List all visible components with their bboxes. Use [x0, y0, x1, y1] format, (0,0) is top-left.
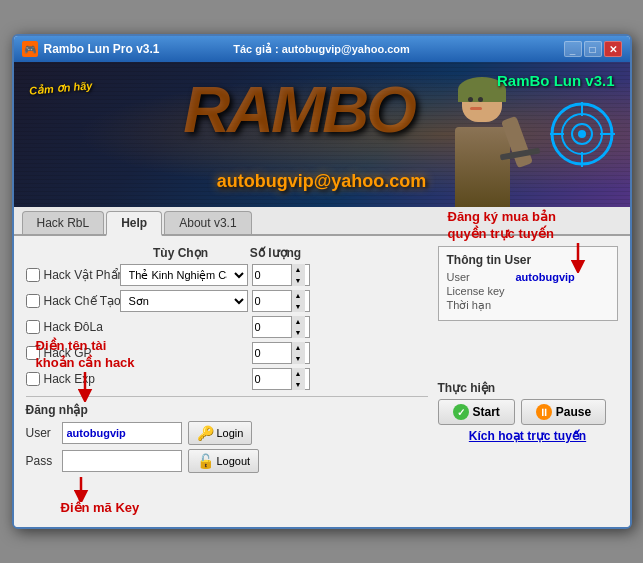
hack-do-la-checkbox[interactable]	[26, 320, 40, 334]
content-row: Tùy Chọn Số lượng Hack Vật Phẩm Thẻ Kinh…	[26, 246, 618, 517]
title-subtitle: Tác giả : autobugvip@yahoo.com	[233, 43, 410, 56]
login-area: Điền tên tàikhoản cần hack Đăng nhập Use…	[26, 403, 428, 517]
banner-email: autobugvip@yahoo.com	[217, 171, 427, 192]
info-thoihan-row: Thời hạn	[447, 299, 609, 312]
info-license-row: License key	[447, 285, 609, 297]
thuc-hien-label: Thực hiện	[438, 381, 618, 395]
window-controls: _ □ ✕	[564, 41, 622, 57]
start-button[interactable]: ✓ Start	[438, 399, 515, 425]
hack-gp-up[interactable]: ▲	[291, 342, 305, 353]
hack-vat-pham-label: Hack Vật Phẩm	[44, 268, 116, 282]
hack-do-la-spinner-btns: ▲ ▼	[291, 316, 305, 338]
hack-che-tao-down[interactable]: ▼	[291, 301, 305, 312]
hack-row-do-la: Hack ĐôLa ▲ ▼	[26, 316, 428, 338]
hack-gp-checkbox[interactable]	[26, 346, 40, 360]
window-icon: 🎮	[22, 41, 38, 57]
hack-vat-pham-spinner: ▲ ▼	[252, 264, 310, 286]
info-title: Thông tin User	[447, 253, 609, 267]
hack-gp-empty	[120, 342, 248, 364]
minimize-button[interactable]: _	[564, 41, 582, 57]
login-pass-row: Pass 🔓 Logout	[26, 449, 428, 473]
tab-hack-rbl[interactable]: Hack RbL	[22, 211, 105, 234]
hack-gp-down[interactable]: ▼	[291, 353, 305, 364]
hack-che-tao-select[interactable]: Sơn	[120, 290, 248, 312]
hack-do-la-spinner: ▲ ▼	[252, 316, 310, 338]
hack-vat-pham-checkbox[interactable]	[26, 268, 40, 282]
banner-target	[550, 102, 615, 167]
banner-soldier	[440, 77, 530, 207]
info-panel: Thông tin User User autobugvip License k…	[438, 246, 618, 321]
pause-icon: ⏸	[536, 404, 552, 420]
window-title: Rambo Lun Pro v3.1	[44, 42, 160, 56]
hack-row-exp: Hack Exp ▲ ▼	[26, 368, 428, 390]
logout-button[interactable]: 🔓 Logout	[188, 449, 260, 473]
pass-label: Pass	[26, 454, 56, 468]
annotation-arrow-2	[61, 477, 101, 502]
logout-label: Logout	[217, 455, 251, 467]
start-icon: ✓	[453, 404, 469, 420]
login-button[interactable]: 🔑 Login	[188, 421, 253, 445]
hack-exp-spinner-btns: ▲ ▼	[291, 368, 305, 390]
start-label: Start	[473, 405, 500, 419]
title-bar: 🎮 Rambo Lun Pro v3.1 Tác giả : autobugvi…	[14, 36, 630, 62]
hack-exp-value[interactable]	[253, 369, 291, 389]
hack-vat-pham-spinner-btns: ▲ ▼	[291, 264, 305, 286]
thuc-hien-section: Thực hiện ✓ Start ⏸ Pause Kích hoạt trực…	[438, 381, 618, 443]
login-label: Login	[217, 427, 244, 439]
hack-do-la-down[interactable]: ▼	[291, 327, 305, 338]
hack-che-tao-value[interactable]	[253, 291, 291, 311]
hack-do-la-value[interactable]	[253, 317, 291, 337]
main-window: 🎮 Rambo Lun Pro v3.1 Tác giả : autobugvi…	[12, 34, 632, 529]
tab-about[interactable]: About v3.1	[164, 211, 251, 234]
hack-exp-down[interactable]: ▼	[291, 379, 305, 390]
login-icon: 🔑	[197, 425, 214, 441]
banner-version: RamBo Lun v3.1	[497, 72, 615, 89]
banner: RAMBO	[14, 62, 630, 207]
tab-help[interactable]: Help	[106, 211, 162, 236]
right-panel: Thông tin User User autobugvip License k…	[438, 246, 618, 517]
svg-point-3	[578, 130, 586, 138]
pause-button[interactable]: ⏸ Pause	[521, 399, 606, 425]
so-luong-header: Số lượng	[246, 246, 306, 260]
hack-vat-pham-value[interactable]	[253, 265, 291, 285]
main-content: Tùy Chọn Số lượng Hack Vật Phẩm Thẻ Kinh…	[14, 236, 630, 527]
pause-label: Pause	[556, 405, 591, 419]
pass-input[interactable]	[62, 450, 182, 472]
hack-gp-spinner: ▲ ▼	[252, 342, 310, 364]
column-headers: Tùy Chọn Số lượng	[26, 246, 428, 260]
action-buttons-row: ✓ Start ⏸ Pause	[438, 399, 618, 425]
hack-row-che-tao: Hack Chế Tạo Sơn ▲ ▼	[26, 290, 428, 312]
activate-link[interactable]: Kích hoạt trực tuyến	[438, 429, 618, 443]
hack-exp-up[interactable]: ▲	[291, 368, 305, 379]
maximize-button[interactable]: □	[584, 41, 602, 57]
info-user-row: User autobugvip	[447, 271, 609, 283]
hack-exp-spinner: ▲ ▼	[252, 368, 310, 390]
hack-gp-label: Hack GP	[44, 346, 116, 360]
banner-logo: RAMBO	[183, 72, 414, 147]
hack-che-tao-spinner-btns: ▲ ▼	[291, 290, 305, 312]
login-title: Đăng nhập	[26, 403, 428, 417]
hack-gp-spinner-btns: ▲ ▼	[291, 342, 305, 364]
title-bar-left: 🎮 Rambo Lun Pro v3.1	[22, 41, 160, 57]
tuy-chon-header: Tùy Chọn	[116, 246, 246, 260]
hack-vat-pham-up[interactable]: ▲	[291, 264, 305, 275]
info-thoihan-key: Thời hạn	[447, 299, 512, 312]
info-user-value: autobugvip	[516, 271, 575, 283]
hack-exp-checkbox[interactable]	[26, 372, 40, 386]
hack-row-gp: Hack GP ▲ ▼	[26, 342, 428, 364]
login-user-row: User 🔑 Login	[26, 421, 428, 445]
user-input[interactable]	[62, 422, 182, 444]
hack-do-la-empty	[120, 316, 248, 338]
hack-che-tao-label: Hack Chế Tạo	[44, 294, 116, 308]
hack-exp-label: Hack Exp	[44, 372, 116, 386]
hack-row-vat-pham: Hack Vật Phẩm Thẻ Kinh Nghiệm Cao ▲ ▼	[26, 264, 428, 286]
hack-gp-value[interactable]	[253, 343, 291, 363]
hack-exp-empty	[120, 368, 248, 390]
hack-do-la-up[interactable]: ▲	[291, 316, 305, 327]
close-button[interactable]: ✕	[604, 41, 622, 57]
hack-che-tao-up[interactable]: ▲	[291, 290, 305, 301]
hack-vat-pham-down[interactable]: ▼	[291, 275, 305, 286]
dien-ma-key-label: Điền mã Key	[61, 500, 428, 517]
hack-vat-pham-select[interactable]: Thẻ Kinh Nghiệm Cao	[120, 264, 248, 286]
hack-che-tao-checkbox[interactable]	[26, 294, 40, 308]
